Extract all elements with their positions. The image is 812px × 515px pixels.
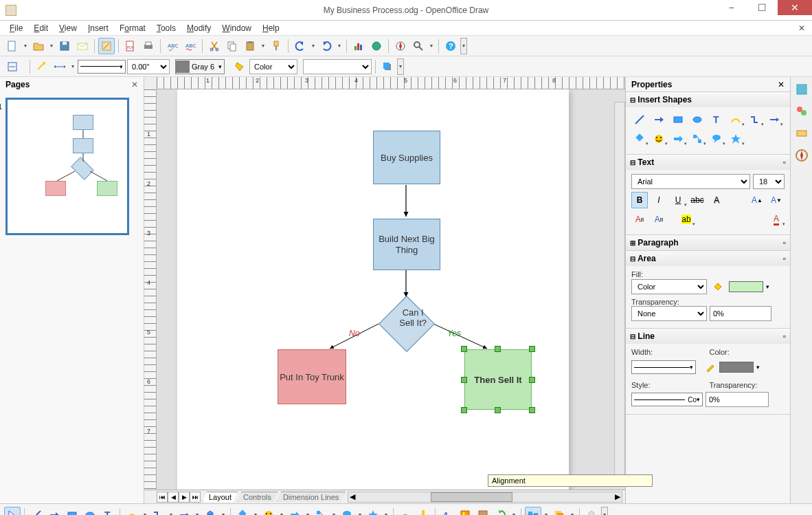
toolbar2-overflow[interactable]: ▾ — [397, 58, 404, 75]
shape-symbol[interactable]: ▾ — [651, 131, 667, 147]
subscript-button[interactable]: AB — [651, 211, 667, 228]
gallery-tool[interactable] — [475, 507, 491, 516]
shape-callouts[interactable]: ▾ — [708, 131, 725, 147]
transparency-value[interactable] — [710, 306, 771, 321]
rect-tool[interactable] — [64, 507, 80, 516]
menu-tools[interactable]: Tools — [151, 22, 181, 34]
shape-rect[interactable] — [670, 111, 686, 128]
stars-dropdown[interactable]: ▾ — [383, 507, 390, 516]
fill-color-swatch[interactable] — [729, 281, 763, 292]
zoom-button[interactable] — [410, 38, 427, 54]
shape-line[interactable] — [631, 111, 648, 128]
menu-help[interactable]: Help — [257, 22, 285, 34]
basicsh-dropdown[interactable]: ▾ — [252, 507, 259, 516]
section-area[interactable]: Area — [638, 254, 656, 263]
flow-box-then-sell[interactable]: Then Sell It — [464, 349, 532, 410]
block-arrows-tool[interactable] — [286, 507, 303, 516]
curve-tool[interactable] — [124, 507, 140, 516]
connector-dropdown[interactable]: ▾ — [168, 507, 174, 516]
copy-button[interactable] — [224, 38, 240, 54]
tab-next-button[interactable]: ▶ — [179, 492, 190, 503]
zoom-dropdown[interactable]: ▾ — [428, 38, 435, 54]
line-width-box[interactable]: ▾ — [631, 360, 696, 374]
section-insert-shapes[interactable]: Insert Shapes — [638, 95, 692, 105]
tab-layout[interactable]: Layout — [203, 492, 238, 502]
flow-box-toy-trunk[interactable]: Put In Toy Trunk — [278, 349, 346, 404]
format-paintbrush-button[interactable] — [268, 38, 284, 54]
section-line-more-icon[interactable]: ▫ — [783, 331, 786, 341]
menu-view[interactable]: View — [54, 22, 82, 34]
maximize-button[interactable]: ☐ — [747, 0, 778, 15]
shape-block-arrows[interactable]: ▾ — [670, 131, 686, 147]
minimize-button[interactable]: − — [716, 0, 747, 15]
flow-box-build[interactable]: Build Next Big Thing — [373, 219, 440, 270]
email-button[interactable] — [74, 38, 91, 54]
rail-navigator[interactable] — [793, 147, 810, 164]
select-tool[interactable] — [4, 507, 21, 516]
callouts-tool[interactable] — [339, 507, 355, 516]
lines-arrows-tool[interactable] — [176, 507, 192, 516]
vertical-scrollbar[interactable] — [614, 102, 625, 476]
fill-mode-select[interactable]: Color — [249, 59, 297, 74]
tab-prev-button[interactable]: ◀ — [168, 492, 179, 503]
line-color-select[interactable]: Gray 6▾ — [175, 59, 225, 74]
horizontal-ruler[interactable]: 1 2 3 4 5 6 7 8 — [157, 77, 625, 89]
horizontal-scrollbar[interactable]: ◀▶ — [348, 492, 622, 503]
shape-text[interactable]: T — [708, 111, 725, 128]
connector-tool[interactable] — [150, 507, 166, 516]
line-transp-value[interactable] — [706, 392, 769, 407]
rail-gallery[interactable] — [793, 103, 810, 120]
flowchart-tool[interactable] — [313, 507, 329, 516]
arrange-dropdown[interactable]: ▾ — [569, 507, 576, 516]
3d-dropdown[interactable]: ▾ — [220, 507, 227, 516]
section-area-more-icon[interactable]: ▫ — [783, 254, 786, 263]
ellipse-tool[interactable] — [82, 507, 98, 516]
paste-dropdown[interactable]: ▾ — [260, 38, 267, 54]
increase-font-button[interactable]: A▲ — [749, 192, 765, 208]
bottom-toolbar-overflow[interactable]: ▾ — [601, 507, 608, 516]
arrange-tool[interactable] — [551, 507, 567, 516]
superscript-button[interactable]: AB — [631, 211, 648, 228]
cut-button[interactable] — [206, 38, 223, 54]
line-tool[interactable] — [28, 507, 45, 516]
arrow-ends-button[interactable] — [52, 58, 68, 75]
rotate-tool[interactable] — [493, 507, 509, 516]
spellcheck-button[interactable]: ABC — [164, 38, 181, 54]
extrusion-toggle[interactable] — [583, 507, 600, 516]
toolbar-overflow[interactable]: ▾ — [460, 38, 467, 54]
save-button[interactable] — [56, 38, 73, 54]
basic-shapes-tool[interactable] — [234, 507, 251, 516]
stars-tool[interactable] — [365, 507, 381, 516]
alignment-dropdown[interactable]: ▾ — [543, 507, 550, 516]
rotate-dropdown[interactable]: ▾ — [510, 507, 517, 516]
font-select[interactable]: Arial — [631, 174, 750, 189]
line-endpoint-button[interactable] — [34, 58, 50, 75]
tab-controls[interactable]: Controls — [237, 492, 278, 502]
vertical-ruler[interactable]: 1 2 3 4 5 6 7 — [144, 89, 157, 490]
section-line[interactable]: Line — [638, 331, 655, 341]
undo-dropdown[interactable]: ▾ — [310, 38, 317, 54]
symbol-dropdown[interactable]: ▾ — [278, 507, 285, 516]
line-color-swatch[interactable] — [719, 362, 754, 373]
decrease-font-button[interactable]: A▼ — [768, 192, 785, 208]
new-button[interactable] — [4, 38, 21, 54]
points-tool[interactable] — [397, 507, 414, 516]
tab-dimension-lines[interactable]: Dimension Lines — [277, 492, 345, 502]
symbol-shapes-tool[interactable] — [260, 507, 277, 516]
print-button[interactable] — [140, 38, 157, 54]
shape-curve[interactable]: ▾ — [728, 111, 744, 128]
shape-stars[interactable]: ▾ — [728, 131, 744, 147]
pages-close-icon[interactable]: ✕ — [131, 80, 138, 89]
shadow-text-button[interactable]: A — [708, 192, 725, 208]
edit-mode-button[interactable] — [98, 38, 115, 54]
section-paragraph-more-icon[interactable]: ▫ — [783, 238, 786, 248]
menu-file[interactable]: File — [4, 22, 28, 34]
hyperlink-button[interactable] — [368, 38, 385, 54]
menu-window[interactable]: Window — [216, 22, 257, 34]
redo-dropdown[interactable]: ▾ — [336, 38, 343, 54]
redo-button[interactable] — [318, 38, 335, 54]
flow-diamond-decision[interactable]: Can I Sell It? — [379, 296, 435, 352]
fill-mode-select-prop[interactable]: Color — [631, 279, 707, 294]
paste-button[interactable] — [242, 38, 258, 54]
transparency-mode-select[interactable]: None — [631, 306, 707, 321]
